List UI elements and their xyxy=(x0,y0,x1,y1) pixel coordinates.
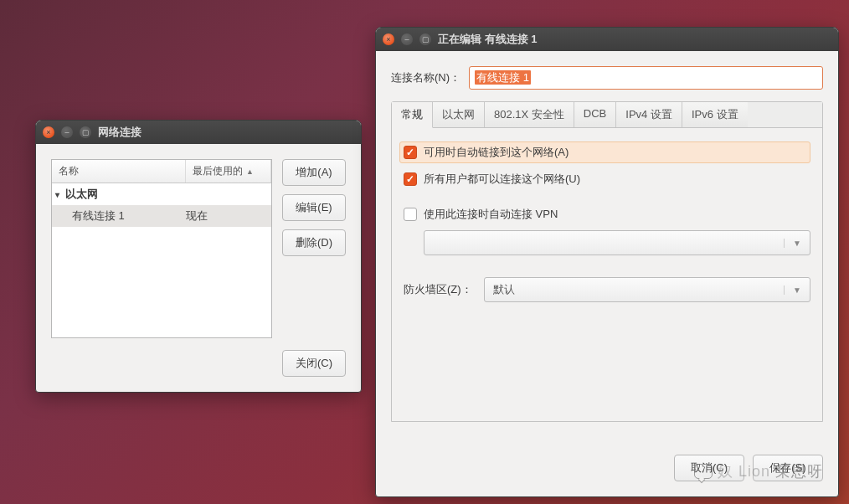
all-users-row: 所有用户都可以连接这个网络(U) xyxy=(404,172,810,187)
window-title: 网络连接 xyxy=(98,125,142,140)
group-ethernet[interactable]: ▾ 以太网 xyxy=(52,183,271,205)
chevron-down-icon: ▼ xyxy=(784,285,801,295)
tab-ethernet[interactable]: 以太网 xyxy=(433,102,485,127)
list-item[interactable]: 有线连接 1 现在 xyxy=(52,205,271,227)
tab-ipv6[interactable]: IPv6 设置 xyxy=(682,102,748,127)
network-connections-window: × – ▢ 网络连接 名称 最后使用的▲ ▾ 以太网 有线连接 1 现在 xyxy=(35,120,362,393)
all-users-label: 所有用户都可以连接这个网络(U) xyxy=(424,172,580,187)
auto-connect-label: 可用时自动链接到这个网络(A) xyxy=(424,145,569,160)
close-icon[interactable]: × xyxy=(383,33,394,45)
group-label: 以太网 xyxy=(65,187,98,202)
tab-8021x-security[interactable]: 802.1X 安全性 xyxy=(485,102,574,127)
vpn-combo[interactable]: ▼ xyxy=(424,230,810,255)
connection-name-input[interactable]: 有线连接 1 xyxy=(469,66,823,90)
cancel-button[interactable]: 取消(C) xyxy=(674,455,744,481)
auto-vpn-label: 使用此连接时自动连接 VPN xyxy=(424,207,558,222)
titlebar[interactable]: × – ▢ 正在编辑 有线连接 1 xyxy=(376,28,838,51)
minimize-icon[interactable]: – xyxy=(61,126,73,138)
tab-ipv4[interactable]: IPv4 设置 xyxy=(616,102,682,127)
close-icon[interactable]: × xyxy=(43,126,54,138)
connection-name-label: 连接名称(N)： xyxy=(391,70,461,85)
item-last-used: 现在 xyxy=(186,208,208,224)
window-title: 正在编辑 有线连接 1 xyxy=(438,32,537,47)
column-name[interactable]: 名称 xyxy=(52,160,186,183)
firewall-zone-label: 防火墙区(Z)： xyxy=(404,282,472,297)
auto-connect-row: 可用时自动链接到这个网络(A) xyxy=(399,141,810,163)
titlebar[interactable]: × – ▢ 网络连接 xyxy=(36,121,361,144)
tab-dcb[interactable]: DCB xyxy=(574,102,616,127)
maximize-icon[interactable]: ▢ xyxy=(80,126,91,138)
expander-icon[interactable]: ▾ xyxy=(55,190,65,199)
minimize-icon[interactable]: – xyxy=(401,33,413,45)
add-button[interactable]: 增加(A) xyxy=(282,159,346,186)
close-button[interactable]: 关闭(C) xyxy=(282,350,346,377)
save-button[interactable]: 保存(S) xyxy=(753,455,823,481)
list-header: 名称 最后使用的▲ xyxy=(52,160,271,183)
firewall-zone-combo[interactable]: 默认 ▼ xyxy=(484,277,810,302)
edit-connection-window: × – ▢ 正在编辑 有线连接 1 连接名称(N)： 有线连接 1 常规 以太网… xyxy=(375,27,839,497)
edit-button[interactable]: 编辑(E) xyxy=(282,194,346,221)
all-users-checkbox[interactable] xyxy=(404,172,417,186)
tab-general[interactable]: 常规 xyxy=(392,102,433,128)
auto-vpn-checkbox[interactable] xyxy=(404,208,417,221)
tab-page-general: 可用时自动链接到这个网络(A) 所有用户都可以连接这个网络(U) 使用此连接时自… xyxy=(392,128,822,421)
maximize-icon[interactable]: ▢ xyxy=(419,33,431,45)
delete-button[interactable]: 删除(D) xyxy=(282,229,346,256)
chevron-down-icon: ▼ xyxy=(784,239,801,248)
firewall-zone-value: 默认 xyxy=(493,282,515,297)
column-last-used[interactable]: 最后使用的▲ xyxy=(186,160,271,183)
item-name: 有线连接 1 xyxy=(72,208,186,224)
sort-indicator-icon: ▲ xyxy=(246,167,254,176)
auto-vpn-row: 使用此连接时自动连接 VPN xyxy=(404,207,810,222)
settings-notebook: 常规 以太网 802.1X 安全性 DCB IPv4 设置 IPv6 设置 可用… xyxy=(391,101,823,422)
auto-connect-checkbox[interactable] xyxy=(404,146,417,159)
connections-list[interactable]: 名称 最后使用的▲ ▾ 以太网 有线连接 1 现在 xyxy=(51,159,272,338)
